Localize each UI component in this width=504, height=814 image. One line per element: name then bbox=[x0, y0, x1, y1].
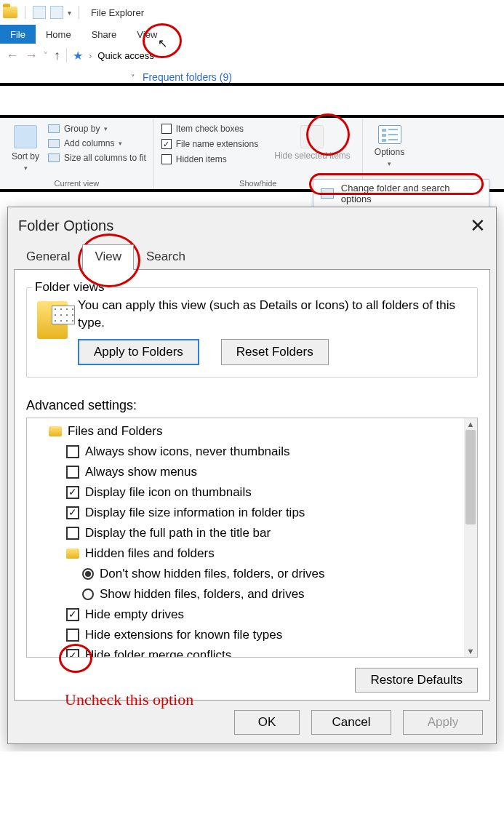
advanced-settings-tree[interactable]: Files and FoldersAlways show icons, neve… bbox=[26, 418, 478, 658]
nav-up-icon[interactable]: ↑ bbox=[54, 48, 60, 63]
checkbox-icon[interactable] bbox=[66, 506, 79, 519]
scroll-up-icon[interactable]: ▲ bbox=[464, 418, 477, 430]
tree-label: Always show icons, never thumbnails bbox=[85, 442, 290, 462]
tree-item-2[interactable]: Display file icon on thumbnails bbox=[31, 482, 473, 503]
reset-folders-button[interactable]: Reset Folders bbox=[221, 339, 329, 365]
radio-icon[interactable] bbox=[82, 588, 94, 600]
tree-label: Hide extensions for known file types bbox=[85, 625, 282, 645]
tree-scrollbar[interactable]: ▲ ▼ bbox=[464, 418, 477, 657]
group-by-button[interactable]: Group by ▾ bbox=[48, 122, 146, 135]
qat-newfolder-icon[interactable] bbox=[50, 6, 63, 19]
tree-label: Don't show hidden files, folders, or dri… bbox=[100, 564, 324, 584]
checkbox-icon bbox=[161, 124, 172, 134]
ok-button[interactable]: OK bbox=[234, 710, 300, 735]
size-all-columns-button[interactable]: Size all columns to fit bbox=[48, 151, 146, 164]
tree-label: Always show menus bbox=[85, 462, 197, 482]
checkbox-icon[interactable] bbox=[66, 466, 79, 479]
tree-item-0[interactable]: Always show icons, never thumbnails bbox=[31, 442, 473, 462]
add-columns-icon bbox=[48, 139, 60, 148]
tab-view[interactable]: View bbox=[82, 244, 134, 270]
quick-access-icon[interactable]: ★ bbox=[73, 49, 83, 63]
tree-item-1[interactable]: Always show menus bbox=[31, 462, 473, 482]
hide-selected-icon bbox=[300, 125, 324, 148]
tab-general[interactable]: General bbox=[14, 244, 82, 270]
cancel-button[interactable]: Cancel bbox=[311, 710, 391, 735]
dialog-title: Folder Options bbox=[18, 218, 113, 234]
chevron-down-icon[interactable]: ˅ bbox=[131, 73, 135, 82]
sort-by-label: Sort by bbox=[12, 151, 39, 161]
checkbox-icon[interactable] bbox=[66, 527, 79, 540]
options-button[interactable]: Options ▾ bbox=[370, 122, 409, 170]
tree-item-9[interactable]: Hide extensions for known file types bbox=[31, 625, 473, 645]
tree-item-8[interactable]: Hide empty drives bbox=[31, 604, 473, 625]
tab-file[interactable]: File bbox=[0, 25, 36, 44]
file-name-ext-label: File name extensions bbox=[176, 139, 258, 149]
add-columns-button[interactable]: Add columns ▾ bbox=[48, 137, 146, 150]
tree-label: Hide folder merge conflicts bbox=[85, 645, 231, 657]
breadcrumb[interactable]: Quick access bbox=[97, 50, 153, 61]
titlebar: ▾ File Explorer bbox=[0, 0, 504, 25]
checkbox-icon[interactable] bbox=[66, 445, 79, 458]
hide-selected-label: Hide selected items bbox=[274, 151, 351, 161]
close-button[interactable]: ✕ bbox=[470, 215, 486, 237]
tree-item-7[interactable]: Show hidden files, folders, and drives bbox=[31, 584, 473, 604]
checkbox-icon bbox=[161, 154, 172, 164]
checkbox-icon[interactable] bbox=[66, 629, 79, 642]
tab-search[interactable]: Search bbox=[134, 244, 198, 270]
change-folder-icon bbox=[321, 188, 334, 199]
tree-item-5[interactable]: Hidden files and folders bbox=[31, 543, 473, 564]
apply-to-folders-button[interactable]: Apply to Folders bbox=[78, 339, 199, 365]
tree-item-6[interactable]: Don't show hidden files, folders, or dri… bbox=[31, 564, 473, 584]
restore-defaults-button[interactable]: Restore Defaults bbox=[355, 668, 478, 693]
checkbox-checked-icon bbox=[161, 139, 172, 149]
folder-views-icon bbox=[37, 301, 68, 339]
file-name-extensions-toggle[interactable]: File name extensions bbox=[161, 137, 258, 151]
nav-back-icon[interactable]: ← bbox=[6, 48, 19, 63]
tree-label: Display file icon on thumbnails bbox=[85, 482, 252, 503]
tree-label: Hide empty drives bbox=[85, 604, 184, 625]
checkbox-icon[interactable] bbox=[66, 649, 79, 657]
checkbox-icon[interactable] bbox=[66, 486, 79, 499]
tree-label: Files and Folders bbox=[68, 421, 162, 442]
ribbon-tabs: File Home Share View bbox=[0, 25, 504, 44]
nav-bar: ← → ˅ ↑ ★ › Quick access bbox=[0, 44, 504, 67]
hide-selected-button[interactable]: Hide selected items bbox=[270, 122, 355, 175]
options-label: Options bbox=[375, 147, 404, 157]
tree-node-root[interactable]: Files and Folders bbox=[31, 421, 473, 442]
folder-options-dialog: Folder Options ✕ General View Search Fol… bbox=[7, 207, 497, 744]
group-by-label: Group by bbox=[64, 124, 100, 134]
tree-item-10[interactable]: Hide folder merge conflicts bbox=[31, 645, 473, 657]
radio-icon[interactable] bbox=[82, 568, 94, 580]
scroll-down-icon[interactable]: ▼ bbox=[464, 645, 477, 657]
nav-forward-icon[interactable]: → bbox=[25, 48, 38, 63]
tree-item-3[interactable]: Display file size information in folder … bbox=[31, 503, 473, 523]
breadcrumb-sep: › bbox=[89, 50, 92, 61]
apply-button[interactable]: Apply bbox=[403, 710, 483, 735]
window-title: File Explorer bbox=[91, 7, 144, 18]
file-explorer-window: ▾ File Explorer File Home Share View ← →… bbox=[0, 0, 504, 86]
tree-label: Display the full path in the title bar bbox=[85, 523, 271, 543]
scroll-thumb[interactable] bbox=[465, 430, 476, 524]
hidden-items-label: Hidden items bbox=[176, 154, 227, 164]
current-view-group-label: Current view bbox=[0, 179, 153, 188]
change-folder-options-item[interactable]: Change folder and search options bbox=[313, 179, 489, 208]
item-check-boxes-toggle[interactable]: Item check boxes bbox=[161, 122, 258, 135]
sort-icon bbox=[14, 125, 37, 148]
checkbox-icon[interactable] bbox=[66, 608, 79, 621]
qat-dropdown-icon[interactable]: ▾ bbox=[68, 9, 71, 17]
nav-recent-icon[interactable]: ˅ bbox=[44, 51, 48, 60]
tab-home[interactable]: Home bbox=[36, 25, 81, 44]
qat-properties-icon[interactable] bbox=[33, 6, 46, 19]
folder-icon bbox=[3, 7, 17, 18]
ribbon-fragment: Sort by ▾ Group by ▾ Add columns ▾ Size … bbox=[0, 115, 504, 192]
sort-by-button[interactable]: Sort by ▾ bbox=[7, 122, 44, 175]
advanced-settings-label: Advanced settings: bbox=[26, 398, 478, 413]
content-area: ˅ Frequent folders (9) bbox=[0, 67, 504, 83]
tree-item-4[interactable]: Display the full path in the title bar bbox=[31, 523, 473, 543]
hidden-items-toggle[interactable]: Hidden items bbox=[161, 153, 258, 166]
tab-share[interactable]: Share bbox=[81, 25, 127, 44]
tree-label: Hidden files and folders bbox=[85, 543, 215, 564]
frequent-folders-header[interactable]: Frequent folders (9) bbox=[143, 71, 232, 83]
tree-label: Show hidden files, folders, and drives bbox=[100, 584, 305, 604]
size-all-label: Size all columns to fit bbox=[64, 153, 146, 163]
